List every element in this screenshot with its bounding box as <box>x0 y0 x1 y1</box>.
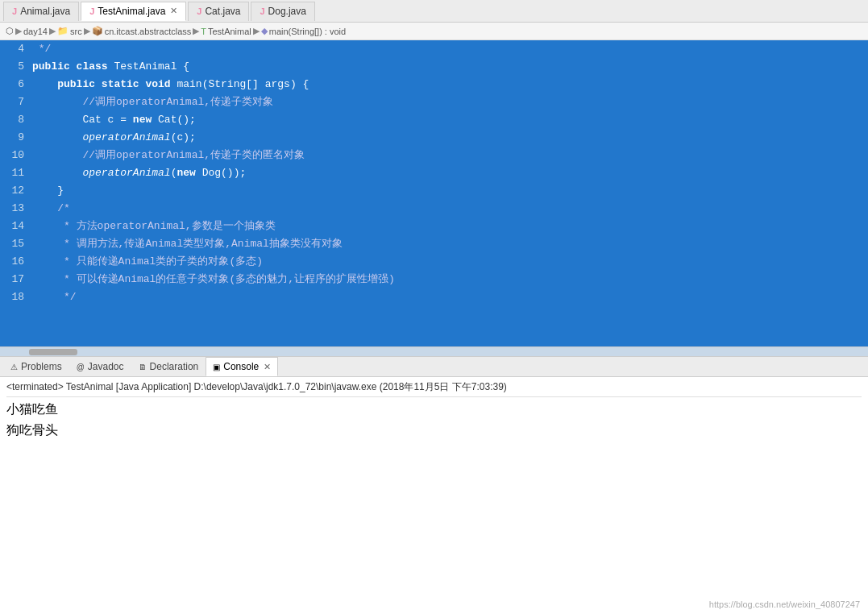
line-num-5: 5 <box>0 58 29 76</box>
tabs-bar: J Animal.java J TestAnimal.java ✕ J Cat.… <box>0 0 868 23</box>
console-output-line-1: 小猫吃鱼 <box>6 400 862 421</box>
tab-console-label: Console <box>223 361 259 372</box>
breadcrumb-method: main(String[]) : void <box>269 27 346 36</box>
line-num-18: 18 <box>0 288 29 306</box>
code-lines: 4 */ 5 public class TestAnimal { 6 publi… <box>0 40 868 306</box>
code-line-10: 10 //调用operatorAnimal,传递子类的匿名对象 <box>0 147 868 164</box>
tab-cat-java[interactable]: J Cat.java <box>188 2 249 21</box>
console-terminated-text: <terminated> TestAnimal [Java Applicatio… <box>6 380 862 397</box>
code-line-12: 12 } <box>0 182 868 200</box>
tab-animal-java[interactable]: J Animal.java <box>3 2 79 21</box>
line-num-17: 17 <box>0 271 29 288</box>
tab-javadoc[interactable]: @ Javadoc <box>69 357 131 376</box>
code-line-6: 6 public static void main(String[] args)… <box>0 76 868 93</box>
tab-dog-java[interactable]: J Dog.java <box>251 2 315 21</box>
console-output: 小猫吃鱼 狗吃骨头 <box>6 400 862 442</box>
console-close-button[interactable]: ✕ <box>264 362 271 372</box>
tab-javadoc-label: Javadoc <box>88 361 124 372</box>
bottom-tabs-bar: ⚠ Problems @ Javadoc 🗎 Declaration ▣ Con… <box>0 356 868 377</box>
line-num-16: 16 <box>0 253 29 271</box>
code-line-18: 18 */ <box>0 288 868 306</box>
line-content-8: Cat c = new Cat(); <box>29 111 868 129</box>
breadcrumb-src: src <box>70 27 82 36</box>
java-file-icon-3: J <box>197 6 201 16</box>
breadcrumb: ⬡ ▶ day14 ▶ 📁 src ▶ 📦 cn.itcast.abstract… <box>0 23 868 40</box>
breadcrumb-icon5: ◆ <box>261 26 268 36</box>
main-layout: J Animal.java J TestAnimal.java ✕ J Cat.… <box>0 0 868 614</box>
java-file-icon-4: J <box>260 6 264 16</box>
line-content-12: } <box>29 182 868 200</box>
tab-problems-label: Problems <box>21 361 62 372</box>
code-editor[interactable]: 4 */ 5 public class TestAnimal { 6 publi… <box>0 40 868 346</box>
breadcrumb-package: cn.itcast.abstractclass <box>105 27 192 36</box>
tab-close-button[interactable]: ✕ <box>170 6 177 16</box>
line-num-7: 7 <box>0 93 29 111</box>
tab-label-testanimal: TestAnimal.java <box>98 6 165 17</box>
line-content-6: public static void main(String[] args) { <box>29 76 868 93</box>
line-num-4: 4 <box>0 40 29 58</box>
line-num-12: 12 <box>0 182 29 200</box>
tab-label-cat: Cat.java <box>205 6 240 17</box>
declaration-icon: 🗎 <box>139 363 147 371</box>
code-line-8: 8 Cat c = new Cat(); <box>0 111 868 129</box>
line-content-7: //调用operatorAnimal,传递子类对象 <box>29 93 868 111</box>
line-num-14: 14 <box>0 218 29 235</box>
console-icon: ▣ <box>213 363 220 371</box>
line-content-16: * 只能传递Animal类的子类的对象(多态) <box>29 253 868 271</box>
code-line-14: 14 * 方法operatorAnimal,参数是一个抽象类 <box>0 218 868 235</box>
console-area: <terminated> TestAnimal [Java Applicatio… <box>0 377 868 614</box>
breadcrumb-day14: day14 <box>23 27 48 36</box>
line-content-15: * 调用方法,传递Animal类型对象,Animal抽象类没有对象 <box>29 235 868 253</box>
line-content-17: * 可以传递Animal的任意子类对象(多态的魅力,让程序的扩展性增强) <box>29 271 868 288</box>
line-num-11: 11 <box>0 164 29 182</box>
line-content-4: */ <box>29 40 868 58</box>
code-line-15: 15 * 调用方法,传递Animal类型对象,Animal抽象类没有对象 <box>0 235 868 253</box>
line-num-15: 15 <box>0 235 29 253</box>
line-num-10: 10 <box>0 147 29 164</box>
breadcrumb-class: TestAnimal <box>208 27 251 36</box>
horizontal-scrollbar[interactable] <box>0 346 868 356</box>
line-content-9: operatorAnimal(c); <box>29 129 868 147</box>
code-line-16: 16 * 只能传递Animal类的子类的对象(多态) <box>0 253 868 271</box>
javadoc-icon: @ <box>77 363 85 371</box>
breadcrumb-icon: ⬡ <box>6 26 14 36</box>
watermark: https://blog.csdn.net/weixin_40807247 <box>709 599 860 609</box>
java-file-icon: J <box>12 6 17 16</box>
tab-testanimal-java[interactable]: J TestAnimal.java ✕ <box>81 2 186 21</box>
line-content-14: * 方法operatorAnimal,参数是一个抽象类 <box>29 218 868 235</box>
code-line-11: 11 operatorAnimal(new Dog()); <box>0 164 868 182</box>
bottom-panel: ⚠ Problems @ Javadoc 🗎 Declaration ▣ Con… <box>0 356 868 614</box>
line-num-6: 6 <box>0 76 29 93</box>
scrollbar-thumb[interactable] <box>29 349 77 355</box>
java-file-icon-2: J <box>89 6 94 16</box>
line-content-18: */ <box>29 288 868 306</box>
line-content-13: /* <box>29 200 868 218</box>
line-content-11: operatorAnimal(new Dog()); <box>29 164 868 182</box>
line-content-5: public class TestAnimal { <box>29 58 868 76</box>
code-line-7: 7 //调用operatorAnimal,传递子类对象 <box>0 93 868 111</box>
tab-declaration[interactable]: 🗎 Declaration <box>131 357 206 376</box>
code-line-5: 5 public class TestAnimal { <box>0 58 868 76</box>
line-num-9: 9 <box>0 129 29 147</box>
tab-console[interactable]: ▣ Console ✕ <box>206 357 278 376</box>
breadcrumb-icon2: 📁 <box>57 26 69 36</box>
code-line-13: 13 /* <box>0 200 868 218</box>
code-line-4: 4 */ <box>0 40 868 58</box>
code-line-9: 9 operatorAnimal(c); <box>0 129 868 147</box>
tab-declaration-label: Declaration <box>150 361 199 372</box>
line-num-13: 13 <box>0 200 29 218</box>
code-line-17: 17 * 可以传递Animal的任意子类对象(多态的魅力,让程序的扩展性增强) <box>0 271 868 288</box>
breadcrumb-icon4: T <box>201 27 206 36</box>
line-num-8: 8 <box>0 111 29 129</box>
tab-label-animal: Animal.java <box>20 6 70 17</box>
console-output-line-2: 狗吃骨头 <box>6 421 862 442</box>
line-content-10: //调用operatorAnimal,传递子类的匿名对象 <box>29 147 868 164</box>
breadcrumb-icon3: 📦 <box>92 26 103 36</box>
tab-problems[interactable]: ⚠ Problems <box>3 357 69 376</box>
tab-label-dog: Dog.java <box>268 6 306 17</box>
problems-icon: ⚠ <box>10 363 18 371</box>
